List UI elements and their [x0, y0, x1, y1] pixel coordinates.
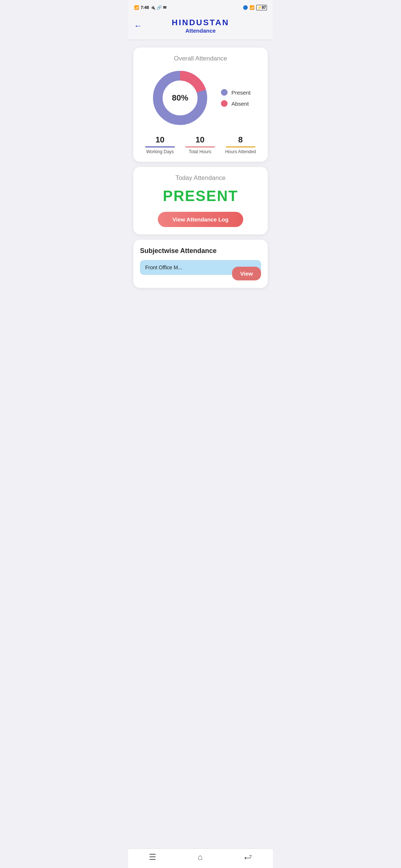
- subjectwise-title: Subjectwise Attendance: [140, 247, 261, 255]
- chart-area: 80% Present Absent: [140, 68, 261, 128]
- hours-attended-label: Hours Attended: [225, 149, 256, 154]
- wifi-icon: 📶: [250, 5, 255, 10]
- header-divider: [128, 40, 273, 40]
- today-attendance-card: Today Attendance PRESENT View Attendance…: [133, 167, 268, 234]
- absent-dot: [221, 100, 228, 107]
- status-bar: 📶 7:48 🔌 🔗 ✉ 🔵 📶 ⚡97: [128, 0, 273, 13]
- bluetooth-icon: 🔵: [243, 5, 248, 10]
- today-attendance-title: Today Attendance: [140, 174, 261, 182]
- overall-attendance-card: Overall Attendance 80% Present: [133, 47, 268, 162]
- donut-chart: 80%: [150, 68, 210, 128]
- header-title-block: HINDUSTAN Attendance: [172, 18, 229, 34]
- present-label: Present: [231, 89, 251, 96]
- donut-center-label: 80%: [172, 93, 188, 103]
- today-status-label: PRESENT: [140, 188, 261, 204]
- content-area: Overall Attendance 80% Present: [128, 45, 273, 318]
- total-hours-label: Total Hours: [189, 149, 211, 154]
- back-nav-icon[interactable]: ⮐: [244, 852, 252, 862]
- working-days-label: Working Days: [146, 149, 174, 154]
- absent-label: Absent: [231, 101, 249, 107]
- subjectwise-attendance-card: Subjectwise Attendance Front Office M...…: [133, 240, 268, 288]
- legend-absent: Absent: [221, 100, 251, 107]
- subject-name: Front Office M...: [145, 264, 182, 270]
- menu-icon[interactable]: ☰: [149, 852, 156, 862]
- hours-attended-bar: [226, 146, 255, 148]
- working-days-bar: [145, 146, 175, 148]
- app-title: HINDUSTAN: [172, 18, 229, 27]
- header: ← HINDUSTAN Attendance: [128, 13, 273, 40]
- bottom-navigation: ☰ ⌂ ⮐: [128, 848, 273, 868]
- extra-icons: 🔌 🔗 ✉: [150, 5, 166, 10]
- page-subtitle: Attendance: [172, 27, 229, 34]
- view-attendance-log-button[interactable]: View Attendance Log: [158, 212, 244, 227]
- chart-legend: Present Absent: [221, 89, 251, 107]
- total-hours-bar: [185, 146, 215, 148]
- home-icon[interactable]: ⌂: [198, 852, 202, 862]
- legend-present: Present: [221, 89, 251, 96]
- hours-attended-value: 8: [238, 135, 243, 145]
- time-display: 7:48: [141, 5, 149, 10]
- hours-attended-stat: 8 Hours Attended: [225, 135, 256, 154]
- signal-icon: 📶: [134, 5, 139, 10]
- working-days-stat: 10 Working Days: [145, 135, 175, 154]
- back-button[interactable]: ←: [134, 21, 142, 31]
- present-dot: [221, 89, 228, 96]
- status-left: 📶 7:48 🔌 🔗 ✉: [134, 5, 166, 10]
- view-subjectwise-button[interactable]: View: [232, 267, 261, 280]
- total-hours-stat: 10 Total Hours: [185, 135, 215, 154]
- working-days-value: 10: [156, 135, 164, 145]
- battery-indicator: ⚡97: [256, 5, 267, 10]
- total-hours-value: 10: [195, 135, 204, 145]
- stats-row: 10 Working Days 10 Total Hours 8 Hours A…: [140, 135, 261, 154]
- status-right: 🔵 📶 ⚡97: [243, 5, 267, 10]
- overall-attendance-title: Overall Attendance: [140, 55, 261, 62]
